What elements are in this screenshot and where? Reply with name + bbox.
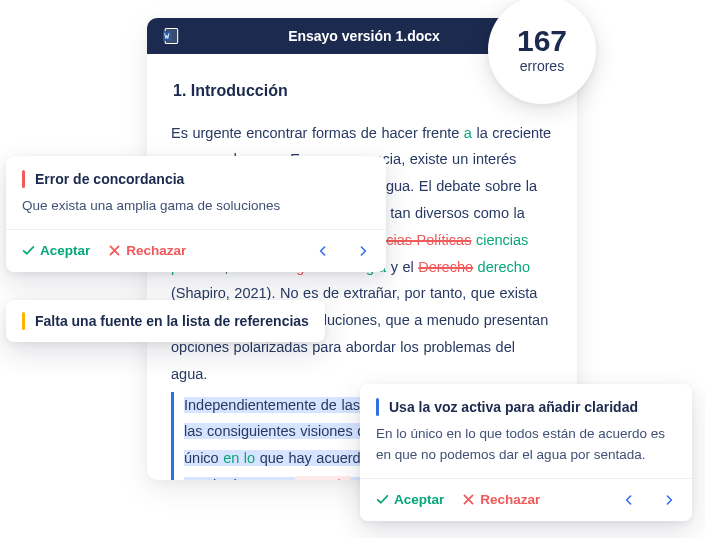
suggestion-title: Error de concordancia bbox=[35, 171, 184, 187]
accept-label: Aceptar bbox=[394, 492, 444, 507]
next-button[interactable] bbox=[352, 240, 374, 262]
prev-button[interactable] bbox=[312, 240, 334, 262]
text-run: y el bbox=[386, 259, 418, 275]
word-icon bbox=[161, 26, 181, 46]
reject-label: Rechazar bbox=[480, 492, 540, 507]
chevron-right-icon bbox=[665, 494, 673, 506]
rule-bar-icon bbox=[376, 398, 379, 416]
strike-derecho: Derecho bbox=[418, 259, 473, 275]
check-icon bbox=[376, 493, 389, 506]
reject-button[interactable]: Rechazar bbox=[108, 243, 186, 258]
chevron-right-icon bbox=[359, 245, 367, 257]
chevron-left-icon bbox=[625, 494, 633, 506]
suggestion-card-concordance: Error de concordancia Que exista una amp… bbox=[6, 156, 386, 272]
svg-rect-1 bbox=[163, 31, 172, 41]
suggestion-card-active-voice: Usa la voz activa para añadir claridad E… bbox=[360, 384, 692, 521]
suggestion-body: Que exista una amplia gama de soluciones bbox=[22, 196, 370, 217]
prev-button[interactable] bbox=[618, 489, 640, 511]
errors-label: errores bbox=[520, 58, 564, 74]
suggestion-footer: Aceptar Rechazar bbox=[6, 229, 386, 272]
check-icon bbox=[22, 244, 35, 257]
next-button[interactable] bbox=[658, 489, 680, 511]
document-heading: 1. Introducción bbox=[173, 76, 553, 106]
suggestion-title-row: Error de concordancia bbox=[22, 170, 370, 188]
strike-sentado: sentado bbox=[295, 476, 351, 480]
suggestion-title-row: Falta una fuente en la lista de referenc… bbox=[22, 312, 309, 330]
insert-derecho: derecho bbox=[473, 259, 530, 275]
text-run: Es urgente encontrar formas de hacer fre… bbox=[171, 125, 464, 141]
reject-label: Rechazar bbox=[126, 243, 186, 258]
reject-button[interactable]: Rechazar bbox=[462, 492, 540, 507]
accept-button[interactable]: Aceptar bbox=[22, 243, 90, 258]
errors-count: 167 bbox=[517, 26, 567, 56]
accept-button[interactable]: Aceptar bbox=[376, 492, 444, 507]
rule-bar-icon bbox=[22, 170, 25, 188]
suggestion-title: Falta una fuente en la lista de referenc… bbox=[35, 313, 309, 329]
suggestion-title-row: Usa la voz activa para añadir claridad bbox=[376, 398, 676, 416]
suggestion-body: En lo único en lo que todos están de acu… bbox=[376, 424, 676, 466]
x-icon bbox=[462, 493, 475, 506]
accept-label: Aceptar bbox=[40, 243, 90, 258]
rule-bar-icon bbox=[22, 312, 25, 330]
chevron-left-icon bbox=[319, 245, 327, 257]
suggestion-footer: Aceptar Rechazar bbox=[360, 478, 692, 521]
insert-en-lo: en lo bbox=[223, 450, 255, 466]
x-icon bbox=[108, 244, 121, 257]
insert-a: a bbox=[464, 125, 472, 141]
suggestion-title: Usa la voz activa para añadir claridad bbox=[389, 399, 638, 415]
suggestion-card-missing-source[interactable]: Falta una fuente en la lista de referenc… bbox=[6, 300, 325, 342]
errors-badge[interactable]: 167 errores bbox=[488, 0, 596, 104]
